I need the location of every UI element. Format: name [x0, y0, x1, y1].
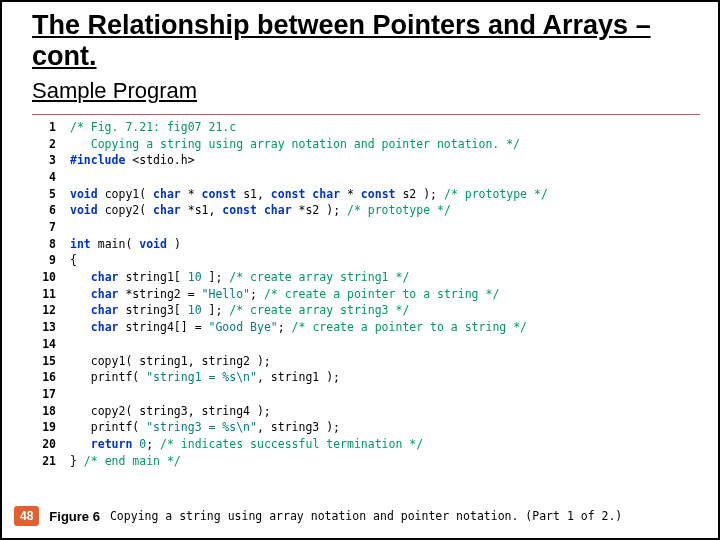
code-content: char *string2 = "Hello"; /* create a poi… [70, 286, 499, 303]
line-number: 3 [32, 152, 70, 169]
code-content: Copying a string using array notation an… [70, 136, 520, 153]
code-line: 5void copy1( char * const s1, const char… [32, 186, 700, 203]
code-line: 12 char string3[ 10 ]; /* create array s… [32, 302, 700, 319]
code-line: 16 printf( "string1 = %s\n", string1 ); [32, 369, 700, 386]
code-line: 4 [32, 169, 700, 186]
code-line: 1/* Fig. 7.21: fig07 21.c [32, 119, 700, 136]
slide-title: The Relationship between Pointers and Ar… [32, 10, 700, 72]
slide-number-badge: 48 [14, 506, 39, 526]
code-line: 10 char string1[ 10 ]; /* create array s… [32, 269, 700, 286]
footer: 48 Figure 6 Copying a string using array… [14, 506, 622, 526]
code-content: int main( void ) [70, 236, 181, 253]
line-number: 11 [32, 286, 70, 303]
code-content: { [70, 252, 77, 269]
code-line: 19 printf( "string3 = %s\n", string3 ); [32, 419, 700, 436]
code-content [70, 386, 77, 403]
code-line: 9{ [32, 252, 700, 269]
code-content: return 0; /* indicates successful termin… [70, 436, 423, 453]
code-content: #include <stdio.h> [70, 152, 195, 169]
code-content: printf( "string1 = %s\n", string1 ); [70, 369, 340, 386]
line-number: 1 [32, 119, 70, 136]
code-content: printf( "string3 = %s\n", string3 ); [70, 419, 340, 436]
line-number: 2 [32, 136, 70, 153]
line-number: 17 [32, 386, 70, 403]
line-number: 5 [32, 186, 70, 203]
code-line: 14 [32, 336, 700, 353]
code-content [70, 169, 77, 186]
code-line: 6void copy2( char *s1, const char *s2 );… [32, 202, 700, 219]
code-content: copy1( string1, string2 ); [70, 353, 271, 370]
code-line: 21} /* end main */ [32, 453, 700, 470]
line-number: 6 [32, 202, 70, 219]
code-line: 20 return 0; /* indicates successful ter… [32, 436, 700, 453]
code-content: char string3[ 10 ]; /* create array stri… [70, 302, 409, 319]
code-content: char string4[] = "Good Bye"; /* create a… [70, 319, 527, 336]
code-line: 15 copy1( string1, string2 ); [32, 353, 700, 370]
code-line: 7 [32, 219, 700, 236]
line-number: 8 [32, 236, 70, 253]
code-line: 3#include <stdio.h> [32, 152, 700, 169]
figure-label: Figure 6 [49, 509, 100, 524]
line-number: 7 [32, 219, 70, 236]
line-number: 15 [32, 353, 70, 370]
code-line: 13 char string4[] = "Good Bye"; /* creat… [32, 319, 700, 336]
code-content: /* Fig. 7.21: fig07 21.c [70, 119, 236, 136]
slide-subtitle: Sample Program [32, 78, 700, 104]
line-number: 12 [32, 302, 70, 319]
code-content: void copy1( char * const s1, const char … [70, 186, 548, 203]
figure-caption: Copying a string using array notation an… [110, 509, 622, 523]
line-number: 13 [32, 319, 70, 336]
code-line: 8int main( void ) [32, 236, 700, 253]
code-content [70, 336, 77, 353]
line-number: 21 [32, 453, 70, 470]
line-number: 14 [32, 336, 70, 353]
line-number: 18 [32, 403, 70, 420]
line-number: 10 [32, 269, 70, 286]
code-line: 17 [32, 386, 700, 403]
code-content: char string1[ 10 ]; /* create array stri… [70, 269, 409, 286]
line-number: 9 [32, 252, 70, 269]
line-number: 4 [32, 169, 70, 186]
code-content: copy2( string3, string4 ); [70, 403, 271, 420]
line-number: 16 [32, 369, 70, 386]
code-content: void copy2( char *s1, const char *s2 ); … [70, 202, 451, 219]
code-block: 1/* Fig. 7.21: fig07 21.c2 Copying a str… [32, 114, 700, 469]
code-content: } /* end main */ [70, 453, 181, 470]
line-number: 19 [32, 419, 70, 436]
code-line: 18 copy2( string3, string4 ); [32, 403, 700, 420]
code-line: 11 char *string2 = "Hello"; /* create a … [32, 286, 700, 303]
code-content [70, 219, 77, 236]
code-line: 2 Copying a string using array notation … [32, 136, 700, 153]
line-number: 20 [32, 436, 70, 453]
